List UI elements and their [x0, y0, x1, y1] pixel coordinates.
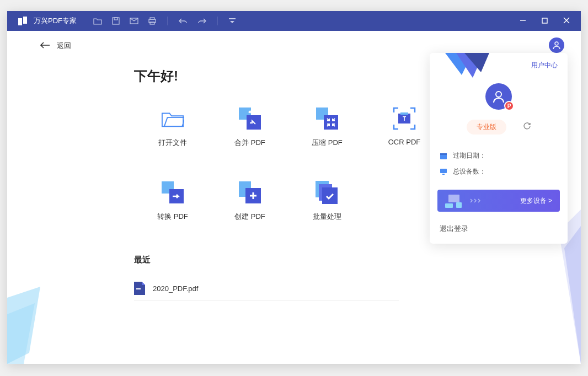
logout-button[interactable]: 退出登录	[430, 219, 568, 234]
svg-rect-32	[136, 288, 141, 289]
devices-row: 总设备数：	[430, 164, 568, 180]
svg-point-36	[496, 92, 501, 97]
ocr-icon: T	[393, 107, 416, 130]
pro-version-badge: 专业版	[467, 120, 506, 135]
more-devices-label: 更多设备 >	[520, 196, 552, 206]
svg-text:T: T	[403, 116, 406, 122]
create-pdf-action[interactable]: 创建 PDF	[211, 181, 288, 222]
folder-open-icon	[161, 107, 184, 130]
svg-rect-3	[114, 18, 117, 20]
action-label: 转换 PDF	[157, 212, 188, 222]
action-label: OCR PDF	[388, 138, 421, 146]
action-label: 创建 PDF	[234, 212, 265, 222]
recent-file-name: 2020_PDF.pdf	[153, 284, 198, 293]
back-row[interactable]: 返回	[7, 31, 581, 51]
action-label: 批量处理	[313, 212, 341, 222]
print-icon[interactable]	[148, 17, 156, 25]
toolbar	[93, 17, 236, 25]
expire-date-row: 过期日期：	[430, 148, 568, 164]
svg-rect-41	[448, 195, 459, 202]
redo-icon[interactable]	[197, 18, 206, 24]
close-button[interactable]	[563, 17, 570, 25]
app-title: 万兴PDF专家	[34, 16, 77, 26]
user-avatar-wrap: P	[430, 83, 568, 110]
back-arrow-icon[interactable]	[40, 41, 50, 51]
toolbar-divider	[167, 17, 168, 25]
window-controls	[520, 17, 576, 25]
pro-badge-icon: P	[504, 101, 514, 111]
content-area: 返回 下午好! 打开文件 合并 PDF 压缩 PDF	[7, 31, 581, 364]
svg-rect-31	[322, 187, 338, 204]
svg-rect-38	[440, 153, 447, 155]
calendar-icon	[440, 152, 447, 160]
svg-rect-40	[442, 174, 445, 175]
batch-icon	[316, 181, 339, 204]
devices-graphic-icon	[445, 194, 465, 208]
refresh-icon[interactable]	[523, 122, 531, 132]
svg-rect-39	[440, 169, 447, 173]
convert-icon	[161, 181, 184, 204]
menu-dropdown-icon[interactable]	[229, 18, 236, 24]
svg-marker-16	[564, 226, 581, 364]
compress-icon	[316, 107, 339, 130]
svg-rect-10	[542, 18, 547, 23]
merge-icon	[238, 107, 261, 130]
maximize-button[interactable]	[542, 17, 548, 25]
user-avatar-button[interactable]	[549, 37, 564, 53]
more-devices-button[interactable]: 更多设备 >	[437, 190, 560, 212]
convert-pdf-action[interactable]: 转换 PDF	[134, 181, 211, 222]
expire-date-label: 过期日期：	[453, 151, 486, 160]
svg-rect-0	[18, 18, 22, 25]
open-file-action[interactable]: 打开文件	[134, 107, 211, 148]
panel-decoration-icon	[445, 53, 489, 80]
undo-icon[interactable]	[179, 18, 188, 24]
app-window: 万兴PDF专家 返回 下午好!	[7, 11, 581, 364]
save-icon[interactable]	[112, 17, 120, 25]
action-label: 打开文件	[158, 138, 187, 148]
monitor-icon	[440, 168, 447, 175]
mail-icon[interactable]	[130, 18, 138, 24]
recent-title: 最近	[134, 255, 581, 265]
user-panel: 用户中心 P 专业版 过期日期： 总设备数： 更多设备 >	[430, 53, 568, 244]
background-decoration-icon	[7, 281, 62, 364]
compress-pdf-action[interactable]: 压缩 PDF	[288, 107, 366, 148]
create-icon	[238, 181, 261, 204]
merge-pdf-action[interactable]: 合并 PDF	[211, 107, 288, 148]
action-label: 合并 PDF	[234, 138, 265, 148]
recent-file-item[interactable]: 2020_PDF.pdf	[134, 276, 399, 301]
title-bar: 万兴PDF专家	[7, 11, 581, 31]
folder-icon[interactable]	[93, 17, 102, 25]
pdf-file-icon	[134, 282, 145, 295]
chevron-right-icon	[469, 198, 486, 203]
svg-rect-8	[229, 18, 236, 19]
minimize-button[interactable]	[520, 17, 526, 25]
svg-rect-42	[445, 203, 453, 208]
app-logo-icon	[17, 15, 28, 26]
svg-point-17	[555, 42, 558, 45]
toolbar-divider	[217, 17, 218, 25]
batch-action[interactable]: 批量处理	[288, 181, 366, 222]
svg-rect-7	[150, 22, 154, 24]
svg-rect-43	[456, 202, 462, 208]
svg-rect-21	[324, 115, 338, 130]
svg-rect-2	[113, 18, 119, 24]
svg-rect-23	[400, 112, 408, 115]
svg-rect-1	[23, 17, 27, 24]
pro-row: 专业版	[430, 120, 568, 135]
back-label: 返回	[57, 41, 71, 51]
devices-label: 总设备数：	[453, 167, 486, 176]
action-label: 压缩 PDF	[312, 138, 343, 148]
